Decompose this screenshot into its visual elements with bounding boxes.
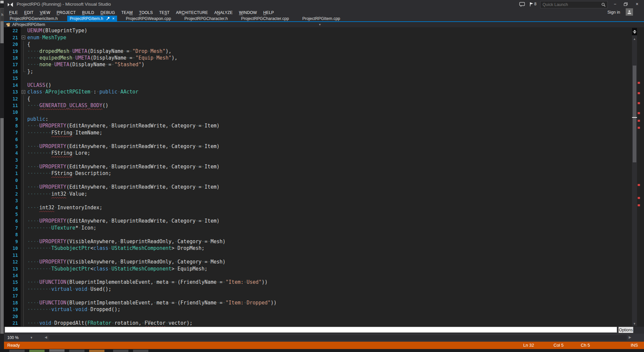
menu-item-tools[interactable]: TOOLS <box>136 10 156 15</box>
tab-projectrpgitem.cpp[interactable]: ProjectRPGItem.cpp <box>298 16 344 21</box>
code-line[interactable]: 7········FString·ItemName; <box>4 129 631 136</box>
code-line[interactable]: 14UCLASS() <box>4 82 631 88</box>
code-line[interactable]: 18····equipedMesh·UMETA(DisplayName·=·"E… <box>4 55 631 61</box>
error-mark-icon[interactable] <box>638 197 640 199</box>
quick-launch-box[interactable] <box>540 1 608 8</box>
code-line[interactable]: 14 <box>4 272 631 279</box>
outline-collapse-box[interactable] <box>21 88 27 95</box>
tab-projectrpgcharacter.cpp[interactable]: ProjectRPGCharacter.cpp <box>237 16 293 21</box>
code-line[interactable]: 13class·AProjectRPGItem·:·public·AActor <box>4 88 631 95</box>
zoom-level-combo[interactable]: 100 % ▼ <box>5 334 41 341</box>
title-bar[interactable]: ProjectRPG (Running) - Microsoft Visual … <box>4 0 644 9</box>
error-mark-icon[interactable] <box>638 82 640 84</box>
notifications-flag[interactable]: 8 <box>530 2 537 6</box>
scroll-left-arrow[interactable]: ◀ <box>45 335 47 339</box>
sign-in-link[interactable]: Sign in <box>607 10 620 15</box>
chevron-down-icon[interactable]: ▾ <box>319 23 321 26</box>
chevron-down-icon[interactable]: ▼ <box>30 336 33 339</box>
code-line[interactable]: 16········virtual·void·Used(); <box>4 286 631 292</box>
menu-item-edit[interactable]: EDIT <box>21 10 37 15</box>
menu-item-file[interactable]: FILE <box>6 10 21 15</box>
minimize-button[interactable]: − <box>610 0 620 8</box>
code-editor[interactable]: 22UENUM(BlueprintType)21enum·MeshType20{… <box>4 27 644 327</box>
code-line[interactable]: 10········TSubobjectPtr<class·UStaticMes… <box>4 245 631 252</box>
code-line[interactable]: 4········FString·Lore; <box>4 150 631 156</box>
error-mark-icon[interactable] <box>638 184 640 186</box>
menu-item-debug[interactable]: DEBUG <box>97 10 118 15</box>
menu-item-architecture[interactable]: ARCHITECTURE <box>173 10 211 15</box>
code-line[interactable]: 18····UFUNCTION(BlueprintImplementableEv… <box>4 299 631 306</box>
code-line[interactable]: 3 <box>4 197 631 204</box>
code-line[interactable]: 17 <box>4 292 631 299</box>
taskbar-app-button[interactable] <box>9 350 25 352</box>
code-line[interactable]: 9public: <box>4 116 631 122</box>
code-line[interactable]: 10 <box>4 109 631 115</box>
code-line[interactable]: 17····none·UMETA(DisplayName·=·"Stashed"… <box>4 61 631 68</box>
vertical-scrollbar-thumb[interactable] <box>633 66 636 162</box>
menu-item-team[interactable]: TEAM <box>118 10 136 15</box>
tab-close-icon[interactable]: × <box>112 16 114 21</box>
code-line[interactable]: 16}; <box>4 68 631 75</box>
code-line[interactable]: 21enum·MeshType <box>4 34 631 41</box>
error-mark-icon[interactable] <box>638 102 640 104</box>
restore-button[interactable] <box>621 0 631 8</box>
tab-projectrpgweapon.cpp[interactable]: ProjectRPGWeapon.cpp <box>122 16 175 21</box>
code-line[interactable]: 1····UPROPERTY(EditAnywhere,·BlueprintRe… <box>4 184 631 190</box>
code-line[interactable]: 11····GENERATED_UCLASS_BODY() <box>4 102 631 109</box>
menu-item-window[interactable]: WINDOW <box>236 10 260 15</box>
code-line[interactable]: 11 <box>4 252 631 258</box>
quick-launch-input[interactable] <box>541 2 601 7</box>
code-line[interactable]: 9····UPROPERTY(VisibleAnywhere,·Blueprin… <box>4 238 631 245</box>
code-line[interactable]: 20 <box>4 313 631 319</box>
code-line[interactable]: 15 <box>4 75 631 82</box>
tab-projectrpgcharacter.h[interactable]: ProjectRPGCharacter.h <box>180 16 232 21</box>
code-line[interactable]: 1········FString·Description; <box>4 170 631 177</box>
taskbar-app-button[interactable] <box>69 350 84 352</box>
code-line[interactable]: 22UENUM(BlueprintType) <box>4 27 631 34</box>
scroll-down-arrow[interactable]: ▼ <box>632 321 637 326</box>
taskbar-app-button[interactable] <box>89 350 104 352</box>
outline-collapse-box[interactable] <box>21 34 27 41</box>
error-mark-icon[interactable] <box>638 127 640 129</box>
menu-item-view[interactable]: VIEW <box>37 10 53 15</box>
code-line[interactable]: 19····dropedMesh·UMETA(DisplayName·=·"Dr… <box>4 48 631 54</box>
menu-item-project[interactable]: PROJECT <box>54 10 79 15</box>
code-line[interactable]: 6····UPROPERTY(EditAnywhere,·BlueprintRe… <box>4 218 631 224</box>
menu-item-test[interactable]: TEST <box>156 10 173 15</box>
menu-item-help[interactable]: HELP <box>260 10 277 15</box>
code-line[interactable]: 6 <box>4 136 631 143</box>
error-mark-icon[interactable] <box>638 204 640 206</box>
code-line[interactable]: 5 <box>4 211 631 218</box>
error-mark-icon[interactable] <box>638 120 640 122</box>
scroll-right-arrow[interactable]: ▶ <box>629 335 631 339</box>
navigation-bar[interactable]: AProjectRPGItem ▾ <box>4 22 644 28</box>
code-line[interactable]: 7········UTexture*·Icon; <box>4 225 631 231</box>
close-button[interactable]: × <box>632 0 642 8</box>
options-button[interactable]: Options <box>618 327 633 333</box>
nav-scope-dropdown[interactable]: AProjectRPGItem <box>12 22 45 27</box>
taskbar-app-button[interactable] <box>133 350 148 352</box>
tab-projectrpggenericitem.h[interactable]: ProjectRPGGenericItem.h <box>6 16 62 21</box>
code-line[interactable]: 15····UFUNCTION(BlueprintImplementableEv… <box>4 279 631 285</box>
error-mark-icon[interactable] <box>638 112 640 114</box>
code-line[interactable]: 2········int32·Value; <box>4 191 631 197</box>
pin-icon[interactable] <box>106 16 110 21</box>
avatar[interactable] <box>626 8 633 16</box>
scroll-up-arrow[interactable]: ▲ <box>632 37 637 41</box>
code-line[interactable]: 20{ <box>4 41 631 48</box>
code-line[interactable]: 3 <box>4 156 631 163</box>
feedback-bubble-icon[interactable] <box>519 2 525 7</box>
code-line[interactable]: 12{ <box>4 95 631 102</box>
code-line[interactable]: 8····UPROPERTY(EditAnywhere,·BlueprintRe… <box>4 122 631 129</box>
code-line[interactable]: 2····UPROPERTY(EditAnywhere,·BlueprintRe… <box>4 163 631 170</box>
menu-item-build[interactable]: BUILD <box>79 10 97 15</box>
code-line[interactable]: 19········virtual·void·Dropped(); <box>4 306 631 313</box>
code-lines[interactable]: 22UENUM(BlueprintType)21enum·MeshType20{… <box>4 27 631 326</box>
code-line[interactable]: 13········TSubobjectPtr<class·UStaticMes… <box>4 265 631 272</box>
code-line[interactable]: 5····UPROPERTY(EditAnywhere,·BlueprintRe… <box>4 143 631 149</box>
taskbar-app-button[interactable] <box>29 350 45 352</box>
tab-projectrpgitem.h[interactable]: ProjectRPGItem.h× <box>67 16 117 21</box>
menu-item-analyze[interactable]: ANALYZE <box>211 10 236 15</box>
splitter-gripper-icon[interactable] <box>632 28 637 35</box>
search-icon[interactable] <box>601 2 606 7</box>
